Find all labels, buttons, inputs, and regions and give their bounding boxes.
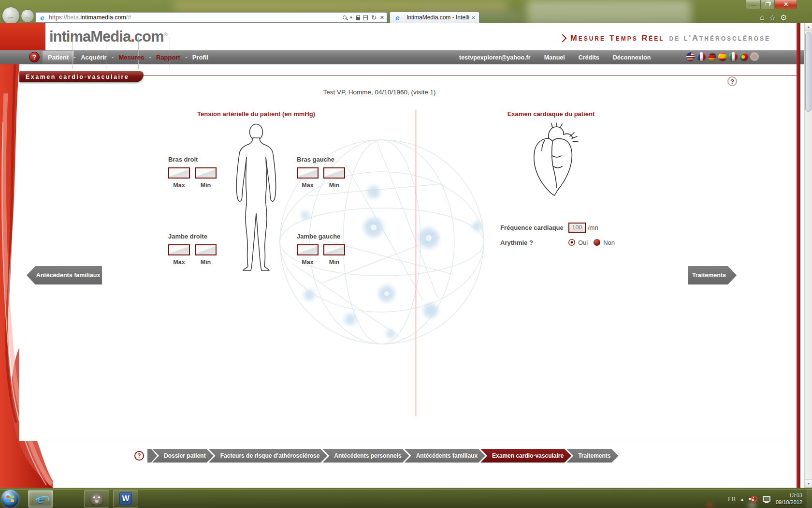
arrhythmia-no-radio[interactable] [594, 239, 600, 246]
breadcrumb-step-antecedents-personnels[interactable]: Antécédents personnels [322, 449, 409, 463]
system-tray: FR ▴ 13:03 09/10/2012 [728, 489, 802, 508]
refresh-icon[interactable]: ↻ [371, 14, 377, 21]
bp-group-label: Jambe gauche [297, 233, 350, 240]
user-email[interactable]: testvpexplorer@yahoo.fr [459, 54, 531, 61]
arrhythmia-yes-label[interactable]: Oui [578, 239, 588, 246]
heart-rate-label: Fréquence cardiaque [500, 224, 568, 231]
nav-help-button[interactable]: ? [29, 52, 40, 62]
browser-window: ← → e https://beta.intimamedia.com/# ▾ ↻… [0, 0, 812, 488]
clock[interactable]: 13:03 09/10/2012 [776, 492, 802, 506]
browser-tab[interactable]: e IntimaMedia.com - Intellig... ✕ [390, 12, 479, 23]
bp-group-bras-droit: Bras droit Max Min [168, 156, 221, 189]
tray-expand-icon[interactable]: ▴ [741, 496, 743, 502]
nav-item-patient[interactable]: Patient [43, 51, 74, 64]
maximize-icon [766, 2, 770, 6]
arrhythmia-no-label[interactable]: Non [603, 239, 615, 246]
page-help-button[interactable]: ? [727, 76, 737, 86]
flag-portugal-icon[interactable] [740, 52, 748, 61]
nav-item-rapport[interactable]: Rapport [151, 51, 186, 64]
bras-droit-min-input[interactable] [195, 167, 217, 179]
show-desktop-button[interactable] [807, 489, 812, 508]
nav-item-profil[interactable]: Profil [187, 51, 214, 64]
logout-link[interactable]: Déconnexion [613, 54, 651, 61]
bras-gauche-min-input[interactable] [323, 167, 345, 179]
bp-section-title: Tension artérielle du patient (en mmHg) [138, 110, 375, 118]
taskbar-item-gimp[interactable] [84, 490, 109, 508]
taskbar-item-word[interactable]: W [113, 490, 138, 508]
jambe-droite-min-input[interactable] [195, 244, 217, 255]
nav-item-acquerir[interactable]: Acquérir [75, 51, 112, 64]
bras-gauche-max-input[interactable] [297, 167, 319, 179]
tray-time: 13:03 [776, 492, 802, 499]
arrhythmia-yes-radio[interactable] [568, 239, 575, 246]
vertical-scrollbar[interactable]: ▴ ▾ [804, 23, 812, 488]
jambe-droite-max-input[interactable] [168, 244, 190, 255]
page-viewport: intimaMedia.com® Mesure Temps Réel de l'… [0, 23, 804, 488]
site-tagline: Mesure Temps Réel de l'Athérosclérose [560, 33, 770, 43]
flag-france-icon[interactable] [697, 52, 706, 61]
max-label: Max [297, 259, 319, 266]
previous-step-button[interactable]: Antécédents familiaux [27, 266, 102, 284]
flag-spain-icon[interactable] [718, 52, 727, 61]
breadcrumb-step-facteurs-de-risque[interactable]: Facteurs de risque d'athérosclérose [209, 449, 328, 463]
stop-icon[interactable]: ✕ [380, 15, 384, 21]
bras-droit-max-input[interactable] [168, 167, 190, 179]
internet-explorer-icon: e [37, 493, 44, 505]
cardiac-section-title: Examen cardiaque du patient [433, 110, 669, 118]
credits-link[interactable]: Crédits [579, 54, 599, 61]
minimize-button[interactable]: — [746, 0, 760, 9]
scroll-down-icon[interactable]: ▾ [805, 479, 812, 488]
tab-close-icon[interactable]: ✕ [472, 15, 476, 20]
heart-rate-input[interactable] [568, 223, 586, 233]
tagline-gray-text: de l'Athérosclérose [669, 33, 770, 43]
breadcrumb-help-button[interactable]: ? [134, 451, 144, 461]
logo-registered-mark: ® [164, 31, 168, 37]
address-bar[interactable]: e https://beta.intimamedia.com/# ▾ ↻ ✕ [35, 12, 387, 23]
network-icon[interactable] [763, 496, 770, 502]
compatibility-view-icon[interactable] [363, 15, 368, 20]
jambe-gauche-max-input[interactable] [297, 244, 319, 255]
next-step-button[interactable]: Traitements [688, 266, 737, 284]
breadcrumb-step-dossier-patient[interactable]: Dossier patient [152, 449, 214, 463]
volume-muted-icon[interactable] [749, 495, 757, 503]
lock-icon [356, 17, 360, 20]
min-label: Min [195, 182, 217, 189]
chevron-right-icon [558, 34, 566, 42]
flag-us-icon[interactable] [686, 52, 695, 61]
start-button[interactable] [1, 490, 19, 508]
search-icon[interactable] [343, 15, 347, 19]
page-title-ribbon: Examen cardio-vasculaire [19, 71, 144, 82]
min-label: Min [323, 259, 345, 266]
flag-germany-icon[interactable] [708, 52, 716, 61]
tagline-red-text: Mesure Temps Réel [570, 33, 665, 43]
manual-link[interactable]: Manuel [544, 54, 565, 61]
maximize-button[interactable] [760, 0, 775, 9]
min-label: Min [195, 259, 217, 266]
windows-logo-icon [6, 495, 14, 502]
header-band: intimaMedia.com® Mesure Temps Réel de l'… [0, 23, 804, 50]
bp-group-label: Bras gauche [297, 156, 350, 163]
scroll-up-icon[interactable]: ▴ [805, 23, 812, 31]
breadcrumb-step-antecedents-familiaux[interactable]: Antécédents familiaux [405, 449, 485, 463]
breadcrumb-step-examen-cardio-vasculaire[interactable]: Examen cardio-vasculaire [480, 449, 571, 463]
home-icon[interactable]: ⌂ [760, 13, 765, 22]
site-favicon: e [38, 14, 46, 22]
favorites-star-icon[interactable]: ☆ [769, 13, 776, 22]
language-indicator[interactable]: FR [728, 496, 736, 502]
taskbar-item-internet-explorer[interactable]: e [28, 490, 53, 508]
url-scheme: https:// [49, 14, 67, 21]
bp-group-bras-gauche: Bras gauche Max Min [297, 156, 350, 189]
gimp-icon [90, 493, 103, 505]
flag-italy-icon[interactable] [729, 52, 738, 61]
human-body-illustration [225, 123, 288, 273]
nav-item-mesures[interactable]: Mesures [113, 51, 149, 64]
chevron-down-icon[interactable]: ▾ [350, 15, 352, 20]
close-button[interactable]: ✕ [775, 0, 797, 9]
breadcrumb-step-traitements[interactable]: Traitements [566, 449, 618, 463]
jambe-gauche-min-input[interactable] [323, 244, 345, 255]
gear-icon[interactable]: ⚙ [780, 13, 787, 22]
scrollbar-thumb[interactable] [805, 32, 812, 112]
forward-button[interactable]: → [21, 9, 34, 23]
back-button[interactable]: ← [2, 7, 20, 25]
logo-text: intimaMedia [49, 28, 130, 45]
